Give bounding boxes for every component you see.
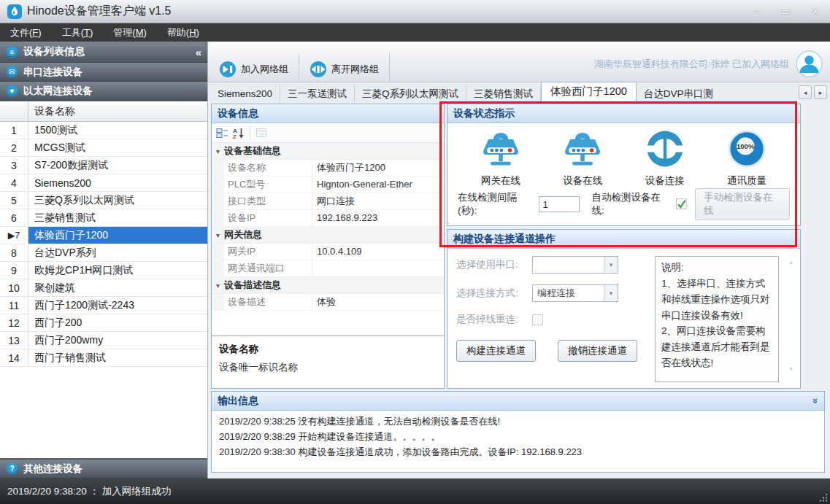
- maximize-button[interactable]: ▭: [772, 0, 801, 23]
- device-row[interactable]: 10聚创建筑: [0, 279, 207, 297]
- status-bar-text: 2019/2/20 9:38:20 ： 加入网络组成功: [7, 485, 171, 498]
- close-button[interactable]: ✕: [801, 0, 830, 23]
- device-row-number: 1: [0, 122, 28, 139]
- tab-Siemens200[interactable]: Siemens200: [210, 85, 280, 102]
- device-row[interactable]: 3S7-200数据测试: [0, 157, 207, 174]
- toolbar-separator: [389, 53, 390, 81]
- property-row: 设备描述体验: [212, 294, 444, 311]
- reconnect-checkbox[interactable]: [532, 314, 543, 325]
- device-row-name: 1500测试: [28, 122, 207, 139]
- scroll-up-icon[interactable]: ▴: [789, 259, 792, 265]
- note-line: 1、选择串口、连接方式和掉线重连操作选项只对串口连接设备有效!: [661, 276, 772, 324]
- device-row-name: 欧姆龙CP1H网口测试: [28, 262, 207, 279]
- sidebar-item-serial-devices[interactable]: ✉ 串口连接设备: [0, 63, 207, 82]
- property-help-text: 设备唯一标识名称: [219, 361, 437, 374]
- device-row[interactable]: 6三菱销售测试: [0, 209, 207, 227]
- interval-label: 在线检测间隔(秒):: [458, 191, 534, 217]
- sidebar-item-other-devices[interactable]: ? 其他连接设备: [0, 459, 207, 478]
- device-row-name: 西门子200wmy: [28, 332, 207, 349]
- az-sort-icon[interactable]: A Z: [232, 127, 245, 139]
- device-row[interactable]: ▶7体验西门子1200: [0, 227, 207, 244]
- property-key: PLC型号: [223, 177, 312, 193]
- log-line: 2019/2/20 9:38:29 开始构建设备连接通道。。。。。: [219, 429, 817, 444]
- other-devices-icon: ?: [6, 462, 18, 475]
- tab-三一泵送测试[interactable]: 三一泵送测试: [280, 85, 355, 102]
- serial-port-value: [533, 257, 604, 273]
- join-network-icon: [219, 61, 237, 78]
- minimize-button[interactable]: –: [742, 0, 772, 23]
- device-info-panel: 设备信息 A Z: [211, 104, 445, 389]
- window-title: Hinode设备管理客户端 v1.5: [27, 4, 171, 19]
- device-row[interactable]: 13西门子200wmy: [0, 332, 207, 349]
- device-row[interactable]: 8台达DVP系列: [0, 244, 207, 262]
- property-value[interactable]: Hignton-General-Ether: [312, 177, 444, 193]
- property-value[interactable]: 192.168.9.223: [312, 210, 444, 226]
- device-tab-bar: Siemens200三一泵送测试三菱Q系列以太网测试三菱销售测试体验西门子120…: [208, 82, 830, 102]
- device-row-number: 5: [0, 192, 28, 209]
- device-row[interactable]: 5三菱Q系列以太网测试: [0, 192, 207, 209]
- output-panel: 输出信息 » 2019/2/20 9:38:25 没有构建连接通道，无法自动检测…: [211, 391, 825, 473]
- menu-item-m[interactable]: 管理(M): [103, 23, 157, 42]
- property-row-gutter: [212, 193, 223, 209]
- menu-item-t[interactable]: 工具(T): [52, 23, 104, 42]
- resize-grip[interactable]: [818, 492, 828, 502]
- output-collapse-icon[interactable]: »: [810, 398, 821, 403]
- svg-text:Z: Z: [233, 133, 237, 139]
- leave-network-button[interactable]: 离开网络组: [301, 57, 387, 81]
- status-indicator-label: 设备连接: [645, 174, 685, 187]
- device-row[interactable]: 9欧姆龙CP1H网口测试: [0, 262, 207, 279]
- device-row[interactable]: 11西门子1200测试-2243: [0, 297, 207, 314]
- tab-scroll-left-icon[interactable]: ◂: [799, 85, 812, 99]
- tab-三菱Q系列以太网测试[interactable]: 三菱Q系列以太网测试: [355, 85, 466, 102]
- device-row[interactable]: 12西门子200: [0, 314, 207, 332]
- menu-item-h[interactable]: 帮助(H): [157, 23, 210, 42]
- interval-input[interactable]: [539, 196, 580, 212]
- property-grid-toolbar: A Z: [212, 123, 444, 143]
- device-row-number: 8: [0, 244, 28, 261]
- title-bar: Hinode设备管理客户端 v1.5 – ▭ ✕: [0, 0, 830, 23]
- tab-台达DVP串口测[interactable]: 台达DVP串口测: [637, 85, 721, 102]
- device-row-name: 三菱销售测试: [28, 209, 207, 226]
- app-logo-icon: [7, 4, 22, 19]
- device-row-number: ▶7: [0, 227, 28, 244]
- revoke-channel-button[interactable]: 撤销连接通道: [558, 340, 637, 362]
- menu-item-f[interactable]: 文件(F): [0, 23, 52, 42]
- join-network-button[interactable]: 加入网络组: [211, 57, 296, 81]
- device-row[interactable]: 4Siemens200: [0, 174, 207, 192]
- sidebar-device-list: ≡ 设备列表信息 « ✉ 串口连接设备 ♥ 以太网连接设备 设备名称 11500…: [0, 42, 208, 478]
- user-avatar-icon[interactable]: [796, 50, 823, 77]
- property-value[interactable]: [312, 260, 444, 276]
- property-value[interactable]: 体验西门子1200: [312, 160, 444, 176]
- work-area: 设备信息 A Z: [208, 102, 830, 478]
- device-row[interactable]: 14西门子销售测试: [0, 349, 207, 367]
- tab-三菱销售测试[interactable]: 三菱销售测试: [466, 85, 541, 102]
- auto-detect-checkbox[interactable]: [676, 198, 688, 210]
- connect-mode-label: 选择连接方式:: [456, 287, 532, 300]
- property-row-gutter: [212, 260, 223, 276]
- sidebar-item-ethernet-devices[interactable]: ♥ 以太网连接设备: [0, 82, 207, 101]
- property-category-row[interactable]: ▾网关信息: [212, 227, 444, 244]
- other-devices-label: 其他连接设备: [23, 462, 82, 476]
- property-value[interactable]: 10.0.4.109: [312, 244, 444, 260]
- build-channel-button[interactable]: 构建连接通道: [456, 340, 536, 362]
- scroll-down-icon[interactable]: ▾: [789, 365, 792, 372]
- property-value[interactable]: 体验: [312, 294, 444, 310]
- serial-port-select[interactable]: ▼: [532, 256, 618, 274]
- property-category-row[interactable]: ▾设备基础信息: [212, 143, 444, 160]
- categorized-icon[interactable]: [216, 127, 228, 139]
- tab-scroll-right-icon[interactable]: ▸: [814, 85, 827, 99]
- device-row[interactable]: 2MCGS测试: [0, 139, 207, 157]
- property-pages-icon[interactable]: [255, 127, 268, 139]
- connect-mode-select[interactable]: 编程连接 ▼: [532, 284, 618, 302]
- tab-体验西门子1200[interactable]: 体验西门子1200: [541, 82, 637, 102]
- leave-network-icon: [310, 61, 327, 78]
- sidebar-collapse-button[interactable]: «: [196, 46, 201, 58]
- property-help-title: 设备名称: [219, 343, 437, 356]
- property-category-row[interactable]: ▾设备描述信息: [212, 277, 444, 294]
- property-value[interactable]: 网口连接: [312, 193, 444, 209]
- manual-detect-button[interactable]: 手动检测设备在线: [695, 188, 790, 220]
- property-row: 接口类型网口连接: [212, 193, 444, 210]
- status-indicator: 网关在线: [461, 128, 541, 187]
- status-indicators: 网关在线设备在线设备连接100%通讯质量: [458, 127, 790, 188]
- device-row[interactable]: 11500测试: [0, 122, 207, 139]
